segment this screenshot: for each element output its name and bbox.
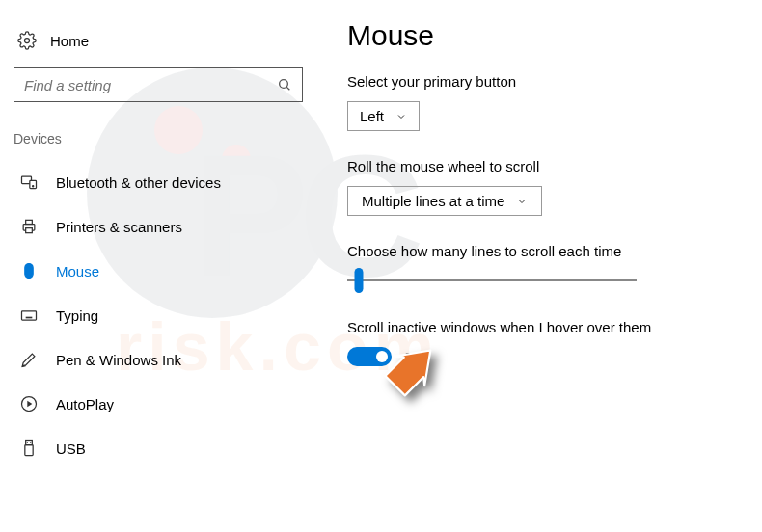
lines-scroll-label: Choose how many lines to scroll each tim… xyxy=(347,243,743,259)
pen-icon xyxy=(19,350,39,369)
mouse-icon xyxy=(19,261,39,280)
settings-sidebar: Home Devices Bluetooth & other devices xyxy=(0,0,309,532)
svg-rect-19 xyxy=(25,445,33,456)
slider-track xyxy=(347,279,637,281)
wheel-scroll-label: Roll the mouse wheel to scroll xyxy=(347,158,743,174)
sidebar-item-pen[interactable]: Pen & Windows Ink xyxy=(14,337,301,382)
chevron-down-icon xyxy=(516,196,528,207)
svg-point-1 xyxy=(280,80,288,89)
sidebar-item-label: Mouse xyxy=(56,263,99,279)
wheel-scroll-select[interactable]: Multiple lines at a time xyxy=(347,186,542,216)
sidebar-item-label: Printers & scanners xyxy=(56,219,182,235)
search-box[interactable] xyxy=(14,67,303,102)
usb-icon xyxy=(19,439,39,458)
primary-button-select[interactable]: Left xyxy=(347,101,420,131)
svg-line-2 xyxy=(286,87,289,90)
inactive-scroll-label: Scroll inactive windows when I hover ove… xyxy=(347,319,743,335)
main-panel: Mouse Select your primary button Left Ro… xyxy=(309,0,762,532)
svg-rect-18 xyxy=(26,441,33,445)
svg-point-0 xyxy=(25,39,30,43)
slider-thumb[interactable] xyxy=(355,268,364,293)
svg-rect-8 xyxy=(26,228,33,233)
sidebar-item-label: Bluetooth & other devices xyxy=(56,174,221,191)
autoplay-icon xyxy=(19,394,39,413)
gear-icon xyxy=(17,31,37,50)
svg-rect-7 xyxy=(26,220,33,224)
sidebar-item-bluetooth[interactable]: Bluetooth & other devices xyxy=(14,160,301,204)
sidebar-item-autoplay[interactable]: AutoPlay xyxy=(14,382,301,426)
annotation-arrow xyxy=(380,341,449,411)
sidebar-item-usb[interactable]: USB xyxy=(14,426,301,470)
sidebar-item-mouse[interactable]: Mouse xyxy=(14,249,301,293)
sidebar-item-label: Typing xyxy=(56,307,98,324)
sidebar-item-typing[interactable]: Typing xyxy=(14,293,301,337)
svg-rect-11 xyxy=(22,311,37,320)
sidebar-item-label: USB xyxy=(56,440,86,457)
svg-rect-4 xyxy=(30,180,37,188)
sidebar-item-label: Pen & Windows Ink xyxy=(56,352,181,368)
home-link[interactable]: Home xyxy=(14,27,301,67)
printer-icon xyxy=(19,217,39,236)
svg-marker-17 xyxy=(27,401,32,408)
bluetooth-devices-icon xyxy=(19,173,39,192)
primary-button-label: Select your primary button xyxy=(347,73,743,90)
page-title: Mouse xyxy=(347,19,743,52)
home-label: Home xyxy=(50,33,89,49)
chevron-down-icon xyxy=(395,111,407,122)
sidebar-item-printers[interactable]: Printers & scanners xyxy=(14,204,301,249)
primary-button-value: Left xyxy=(360,108,384,124)
search-icon xyxy=(277,77,292,93)
sidebar-item-label: AutoPlay xyxy=(56,396,114,412)
sidebar-category: Devices xyxy=(14,131,301,160)
wheel-scroll-value: Multiple lines at a time xyxy=(362,193,504,209)
svg-point-5 xyxy=(33,186,34,187)
search-input[interactable] xyxy=(24,77,277,93)
keyboard-icon xyxy=(19,306,39,325)
lines-scroll-slider[interactable] xyxy=(347,271,637,290)
